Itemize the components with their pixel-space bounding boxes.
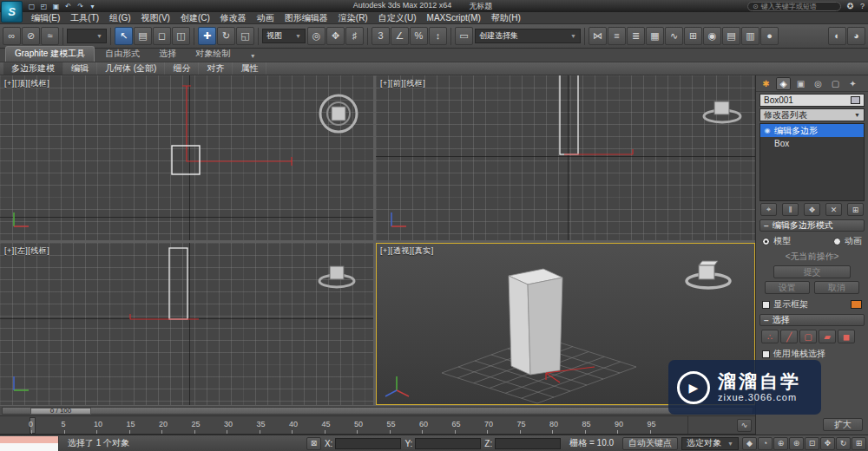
named-selection-sets-combo[interactable]: 创建选择集 ▼: [475, 29, 581, 43]
show-cage-checkbox[interactable]: [762, 301, 770, 309]
ribbon-minimize-icon[interactable]: ▾: [246, 52, 260, 62]
select-and-link-icon[interactable]: ∞: [3, 27, 21, 45]
ribbon-tab[interactable]: 选择: [150, 47, 185, 62]
project-folder-icon[interactable]: ▾: [87, 1, 98, 11]
y-coordinate-field[interactable]: [415, 438, 481, 449]
utilities-tab-icon[interactable]: ✦: [845, 77, 860, 90]
cancel-button[interactable]: 取消: [814, 281, 859, 294]
configure-modifier-sets-icon[interactable]: ⊞: [847, 203, 864, 216]
select-and-rotate-icon[interactable]: ↻: [217, 27, 235, 45]
settings-button[interactable]: 设置: [765, 281, 810, 294]
model-radio[interactable]: [762, 238, 770, 245]
ribbon-panel-tab[interactable]: 几何体 (全部): [97, 62, 165, 75]
select-and-move-icon[interactable]: ✚: [198, 27, 216, 45]
time-slider-handle[interactable]: 0 / 100: [30, 408, 91, 415]
snaps-toggle-icon[interactable]: 3: [372, 27, 390, 45]
ribbon-panel-tab[interactable]: 细分: [165, 62, 199, 75]
box-object[interactable]: [560, 75, 578, 154]
pan-icon[interactable]: ✥: [820, 437, 835, 450]
keyboard-override-icon[interactable]: ♯: [345, 27, 364, 45]
menu-item[interactable]: 自定义(U): [373, 12, 422, 23]
menu-item[interactable]: 动画: [252, 12, 279, 23]
ribbon-panel-tab[interactable]: 编辑: [63, 62, 97, 75]
maximize-viewport-icon[interactable]: ⊞: [852, 437, 866, 450]
mirror-icon[interactable]: ⋈: [589, 27, 607, 45]
new-scene-icon[interactable]: ▢: [26, 1, 37, 11]
ring-gizmo[interactable]: [687, 261, 730, 288]
window-crossing-icon[interactable]: ◫: [172, 27, 190, 45]
ring-gizmo[interactable]: [319, 266, 354, 287]
element-subobject-icon[interactable]: ◼: [838, 330, 855, 343]
viewport-label[interactable]: [+][左][线框]: [4, 245, 49, 257]
object-color-swatch[interactable]: [851, 96, 860, 104]
object-name-field[interactable]: Box001: [760, 94, 865, 107]
ribbon-tab[interactable]: 自由形式: [96, 47, 148, 62]
box-object[interactable]: [509, 269, 562, 375]
commit-button[interactable]: 提交: [773, 265, 851, 278]
modifier-visibility-icon[interactable]: ◉: [763, 127, 772, 134]
select-and-manipulate-icon[interactable]: ✥: [326, 27, 345, 45]
spline-shape[interactable]: [564, 149, 633, 154]
curve-editor-icon[interactable]: ∿: [665, 27, 683, 45]
undo-icon[interactable]: ↶: [62, 1, 74, 11]
menu-item[interactable]: 创建(C): [175, 12, 215, 23]
layer-manager-icon[interactable]: ≣: [627, 27, 645, 45]
select-object-icon[interactable]: ↖: [115, 27, 133, 45]
zoom-extents-icon[interactable]: ⊡: [805, 437, 819, 450]
show-end-result-icon[interactable]: ‖: [782, 203, 799, 216]
time-slider-track[interactable]: 0 / 100: [2, 407, 753, 415]
reference-coordinate-combo[interactable]: 视图 ▼: [262, 29, 306, 43]
ribbon-tab[interactable]: Graphite 建模工具: [5, 46, 95, 62]
render-flyout-icon[interactable]: ◕: [847, 27, 865, 45]
select-and-scale-icon[interactable]: ◱: [236, 27, 254, 45]
menu-item[interactable]: 编辑(E): [26, 12, 65, 23]
make-unique-icon[interactable]: ❖: [804, 203, 820, 216]
orbit-icon[interactable]: ↻: [836, 437, 851, 450]
hierarchy-tab-icon[interactable]: ▣: [793, 77, 808, 90]
help-icon[interactable]: ?: [857, 1, 868, 11]
menu-item[interactable]: MAXScript(M): [422, 12, 486, 23]
redo-icon[interactable]: ↷: [75, 1, 86, 11]
viewport-label[interactable]: [+][透视][真实]: [380, 245, 434, 257]
selection-filter-combo[interactable]: ▼: [67, 29, 107, 43]
vertex-subobject-icon[interactable]: ∴: [761, 330, 779, 343]
ring-gizmo[interactable]: [320, 95, 357, 132]
material-editor-icon[interactable]: ◉: [703, 27, 721, 45]
x-coordinate-field[interactable]: [335, 438, 401, 449]
menu-item[interactable]: 图形编辑器: [279, 12, 333, 23]
bind-to-space-warp-icon[interactable]: ≈: [41, 27, 59, 45]
rollout-selection[interactable]: − 选择: [760, 314, 865, 326]
remove-modifier-icon[interactable]: ✕: [825, 203, 842, 216]
edit-named-selection-sets-icon[interactable]: ▭: [455, 27, 473, 45]
graphite-ribbon-toggle-icon[interactable]: ▦: [646, 27, 664, 45]
menu-item[interactable]: 帮助(H): [486, 12, 526, 23]
render-iterative-icon[interactable]: ◐: [828, 27, 846, 45]
angle-snap-icon[interactable]: ∠: [391, 27, 409, 45]
maxscript-mini-listener[interactable]: [0, 436, 59, 451]
align-icon[interactable]: ≡: [608, 27, 626, 45]
select-by-name-icon[interactable]: ▤: [134, 27, 152, 45]
use-center-icon[interactable]: ◎: [307, 27, 326, 45]
viewport-front[interactable]: [+][前][线框]: [376, 75, 755, 240]
viewport-top[interactable]: [+][顶][线框]: [0, 75, 373, 240]
menu-item[interactable]: 修改器: [215, 12, 252, 23]
box-object[interactable]: [172, 146, 200, 174]
ribbon-panel-tab[interactable]: 多边形建模: [3, 62, 63, 75]
percent-snap-icon[interactable]: %: [410, 27, 428, 45]
rectangular-selection-region-icon[interactable]: ◻: [153, 27, 171, 45]
spinner-snap-icon[interactable]: ↕: [429, 27, 447, 45]
unlink-selection-icon[interactable]: ⊘: [22, 27, 40, 45]
ribbon-tab[interactable]: 对象绘制: [187, 47, 239, 62]
ribbon-panel-tab[interactable]: 属性: [233, 62, 266, 75]
border-subobject-icon[interactable]: ▢: [799, 330, 817, 343]
motion-tab-icon[interactable]: ◎: [811, 77, 825, 90]
time-configuration-icon[interactable]: ◔: [758, 437, 773, 450]
mini-curve-editor-icon[interactable]: ∿: [737, 419, 752, 432]
z-coordinate-field[interactable]: [495, 438, 561, 449]
menu-item[interactable]: 渲染(R): [333, 12, 373, 23]
use-stack-selection-checkbox[interactable]: [762, 350, 770, 358]
modifier-list-dropdown[interactable]: 修改器列表 ▼: [760, 108, 865, 121]
menu-item[interactable]: 工具(T): [65, 12, 104, 23]
viewport-left[interactable]: [+][左][线框]: [0, 243, 373, 405]
rollout-edit-poly-mode[interactable]: − 编辑多边形模式: [760, 219, 865, 232]
